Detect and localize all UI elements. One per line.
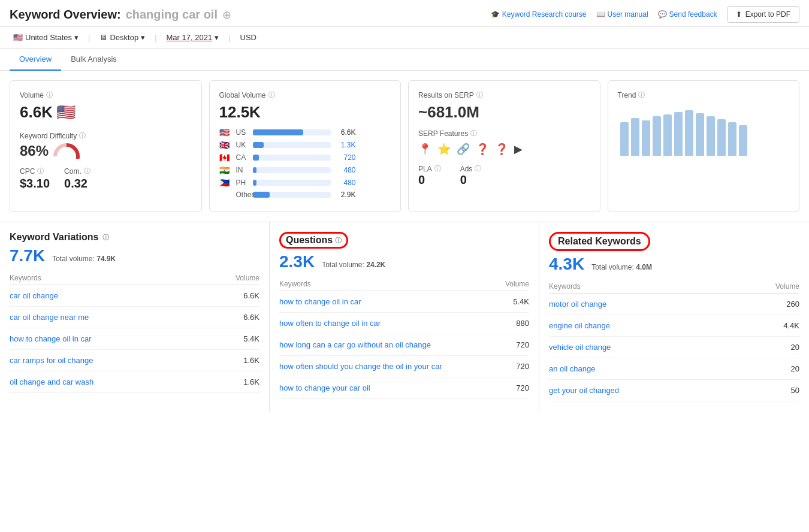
volume-cell: 5.4K xyxy=(497,291,529,313)
page-title-prefix: Keyword Overview: xyxy=(10,8,121,22)
gv-bar-container xyxy=(253,192,331,198)
us-flag-small: 🇺🇸 xyxy=(56,103,76,122)
keyword-link[interactable]: how long can a car go without an oil cha… xyxy=(279,340,431,349)
user-manual-link[interactable]: 📖 User manual xyxy=(596,10,648,19)
q-meta: Total volume: 24.2K xyxy=(322,261,385,269)
cpc-row: CPC ⓘ $3.10 Com. ⓘ 0.32 xyxy=(20,167,192,191)
gv-flag-icon: 🇮🇳 xyxy=(219,165,233,175)
ads-info-icon[interactable]: ⓘ xyxy=(475,164,481,173)
kd-value-row: 86% xyxy=(20,143,192,159)
tab-overview[interactable]: Overview xyxy=(10,49,61,71)
keyword-link[interactable]: how often to change oil in car xyxy=(279,319,381,328)
volume-info-icon[interactable]: ⓘ xyxy=(46,90,53,99)
book-icon: 📖 xyxy=(596,10,605,19)
global-volume-value: 12.5K xyxy=(219,103,391,122)
volume-cell: 1.6K xyxy=(204,350,259,371)
keyword-link[interactable]: oil change and car wash xyxy=(10,377,93,386)
date-filter[interactable]: Mar 17, 2021 ▾ xyxy=(163,32,223,43)
keyword-link[interactable]: car ramps for oil change xyxy=(10,356,93,365)
q-info-icon[interactable]: ⓘ xyxy=(335,236,342,245)
rk-col-keywords: Keywords xyxy=(549,280,736,294)
gv-bar xyxy=(253,129,304,135)
questions-section: Questions ⓘ 2.3K Total volume: 24.2K Key… xyxy=(270,222,539,411)
serp-label: Results on SERP ⓘ xyxy=(418,90,590,99)
q-count-row: 2.3K Total volume: 24.2K xyxy=(279,252,529,271)
add-keyword-icon[interactable]: ⊕ xyxy=(222,8,231,22)
volume-label: Volume ⓘ xyxy=(20,90,192,99)
keyword-link[interactable]: engine oil change xyxy=(549,321,610,330)
keyword-course-link[interactable]: 🎓 Keyword Research course xyxy=(491,10,587,19)
trend-bar xyxy=(642,120,650,156)
table-row: engine oil change4.4K xyxy=(549,315,799,337)
bottom-sections: Keyword Variations ⓘ 7.7K Total volume: … xyxy=(0,222,809,411)
volume-cell: 6.6K xyxy=(204,307,259,328)
kd-gauge xyxy=(53,143,80,159)
gv-num: 2.9K xyxy=(334,191,356,199)
gv-country-code: UK xyxy=(236,141,249,149)
kv-meta: Total volume: 74.9K xyxy=(52,255,116,263)
trend-card: Trend ⓘ xyxy=(608,80,800,212)
cpc-label: CPC ⓘ xyxy=(20,167,50,176)
kv-col-volume: Volume xyxy=(204,271,259,285)
tabs-bar: Overview Bulk Analysis xyxy=(0,49,809,71)
keyword-link[interactable]: vehicle oil change xyxy=(549,343,611,352)
serp-feature-icon: ❓ xyxy=(476,143,489,156)
export-icon: ⬆ xyxy=(736,10,742,19)
pla-ads-row: PLA ⓘ 0 Ads ⓘ 0 xyxy=(418,164,590,187)
gv-bar-container xyxy=(253,142,331,148)
serp-features-info-icon[interactable]: ⓘ xyxy=(470,129,477,138)
kd-value: 86% xyxy=(20,143,49,159)
kv-table: Keywords Volume car oil change6.6Kcar oi… xyxy=(10,271,259,393)
keyword-link[interactable]: how often should you change the oil in y… xyxy=(279,362,442,371)
keyword-link[interactable]: get your oil changed xyxy=(549,386,619,395)
keyword-link[interactable]: how to change oil in car xyxy=(10,334,92,343)
rk-count: 4.3K xyxy=(549,255,584,274)
device-filter[interactable]: 🖥 Desktop ▾ xyxy=(96,32,149,43)
kd-info-icon[interactable]: ⓘ xyxy=(79,131,86,140)
us-flag-icon: 🇺🇸 xyxy=(13,33,23,42)
table-row: motor oil change260 xyxy=(549,294,799,315)
gv-row: 🇺🇸US6.6K xyxy=(219,128,391,137)
serp-info-icon[interactable]: ⓘ xyxy=(476,90,483,99)
trend-info-icon[interactable]: ⓘ xyxy=(638,90,645,99)
table-row: how long can a car go without an oil cha… xyxy=(279,334,529,356)
keyword-link[interactable]: an oil change xyxy=(549,364,595,373)
serp-feature-icon: ⭐ xyxy=(437,143,451,156)
global-volume-card: Global Volume ⓘ 12.5K 🇺🇸US6.6K🇬🇧UK1.3K🇨🇦… xyxy=(209,80,402,212)
send-feedback-link[interactable]: 💬 Send feedback xyxy=(658,10,717,19)
pla-label: PLA ⓘ xyxy=(418,164,441,173)
gv-row: Other2.9K xyxy=(219,191,391,199)
gv-info-icon[interactable]: ⓘ xyxy=(268,90,275,99)
export-pdf-button[interactable]: ⬆ Export to PDF xyxy=(727,6,799,23)
filter-separator-2: | xyxy=(155,33,156,42)
keyword-link[interactable]: motor oil change xyxy=(549,300,606,309)
tab-bulk-analysis[interactable]: Bulk Analysis xyxy=(61,49,126,71)
table-row: get your oil changed50 xyxy=(549,380,799,401)
com-item: Com. ⓘ 0.32 xyxy=(64,167,90,191)
trend-bar xyxy=(728,122,736,156)
questions-title-circled: Questions ⓘ xyxy=(279,232,348,249)
country-filter[interactable]: 🇺🇸 United States ▾ xyxy=(10,32,82,43)
gv-flag-icon: 🇬🇧 xyxy=(219,140,233,150)
serp-feature-icon: ❓ xyxy=(495,143,508,156)
keyword-link[interactable]: car oil change xyxy=(10,291,58,300)
kv-col-keywords: Keywords xyxy=(10,271,204,285)
keyword-link[interactable]: how to change oil in car xyxy=(279,297,361,306)
serp-value: ~681.0M xyxy=(418,103,590,122)
cpc-info-icon[interactable]: ⓘ xyxy=(37,167,44,176)
com-info-icon[interactable]: ⓘ xyxy=(84,167,90,176)
q-count: 2.3K xyxy=(279,252,315,271)
table-row: how often to change oil in car880 xyxy=(279,313,529,334)
chevron-down-icon-3: ▾ xyxy=(215,33,219,42)
trend-label: Trend ⓘ xyxy=(618,90,790,99)
gv-list: 🇺🇸US6.6K🇬🇧UK1.3K🇨🇦CA720🇮🇳IN480🇵🇭PH480Oth… xyxy=(219,128,391,199)
pla-info-icon[interactable]: ⓘ xyxy=(434,164,441,173)
volume-cell: 4.4K xyxy=(736,315,800,337)
chat-icon: 💬 xyxy=(658,10,667,19)
kv-info-icon[interactable]: ⓘ xyxy=(102,233,109,242)
gv-country-code: US xyxy=(236,128,249,137)
keyword-link[interactable]: how to change your car oil xyxy=(279,383,370,392)
related-title-circled: Related Keywords xyxy=(549,232,650,251)
global-volume-label: Global Volume ⓘ xyxy=(219,90,391,99)
keyword-link[interactable]: car oil change near me xyxy=(10,313,89,322)
